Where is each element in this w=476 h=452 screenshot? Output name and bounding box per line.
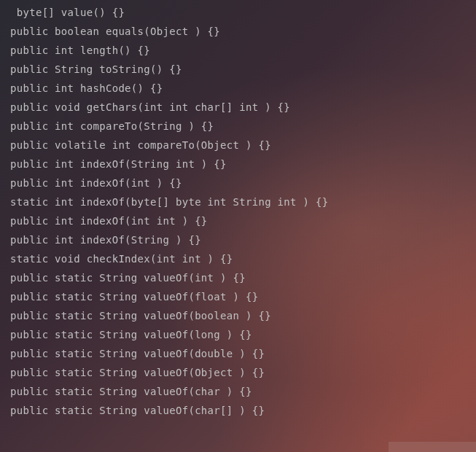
code-line: static void checkIndex(int int ) {} [0, 249, 476, 268]
code-line: public int length() {} [0, 41, 476, 60]
code-line: public int indexOf(int ) {} [0, 174, 476, 192]
code-line: public boolean equals(Object ) {} [0, 22, 476, 41]
code-line: public static String valueOf(char ) {} [0, 382, 476, 401]
code-line: public static String valueOf(char[] ) {} [0, 401, 476, 420]
code-line: public static String valueOf(int ) {} [0, 268, 476, 287]
code-line: public static String valueOf(double ) {} [0, 344, 476, 363]
code-line: public int hashCode() {} [0, 79, 476, 98]
code-line: public int compareTo(String ) {} [0, 117, 476, 136]
code-line: public int indexOf(String ) {} [0, 230, 476, 249]
code-line: byte[] value() {} [0, 3, 476, 22]
code-line: public static String valueOf(long ) {} [0, 325, 476, 344]
code-line: public String toString() {} [0, 60, 476, 79]
code-line: public void getChars(int int char[] int … [0, 98, 476, 117]
code-line: public volatile int compareTo(Object ) {… [0, 136, 476, 155]
code-line: public int indexOf(String int ) {} [0, 155, 476, 174]
code-line: static int indexOf(byte[] byte int Strin… [0, 192, 476, 211]
code-editor-view: byte[] value() {} public boolean equals(… [0, 3, 476, 420]
code-line: public static String valueOf(boolean ) {… [0, 306, 476, 325]
code-line: public int indexOf(int int ) {} [0, 211, 476, 230]
code-line: public static String valueOf(Object ) {} [0, 363, 476, 382]
code-line: public static String valueOf(float ) {} [0, 287, 476, 306]
scrollbar-indicator[interactable] [389, 442, 476, 452]
